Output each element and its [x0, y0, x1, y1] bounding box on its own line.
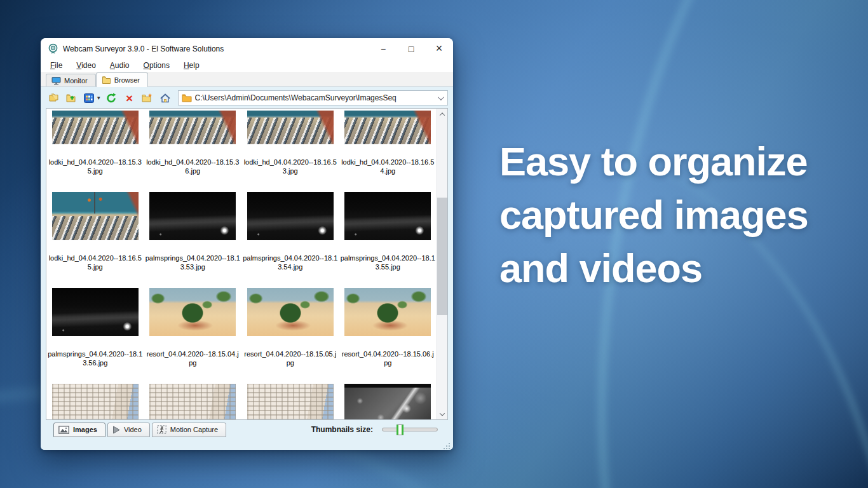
menu-options[interactable]: Options — [137, 60, 177, 71]
tab-browser-label: Browser — [114, 76, 140, 84]
refresh-button[interactable] — [104, 90, 119, 105]
menu-file[interactable]: File — [43, 60, 69, 71]
file-item[interactable] — [144, 384, 242, 419]
file-item[interactable] — [339, 384, 437, 419]
maximize-button[interactable]: □ — [397, 38, 425, 59]
file-item[interactable]: lodki_hd_04.04.2020--18.15.35.jpg — [46, 111, 144, 192]
tab-video[interactable]: Video — [107, 423, 150, 437]
app-window: Webcam Surveyor 3.9.0 - El Software Solu… — [41, 38, 453, 450]
resize-grip-icon[interactable] — [449, 448, 450, 449]
address-dropdown-button[interactable] — [433, 92, 446, 104]
tab-monitor-label: Monitor — [64, 77, 88, 85]
webcam-app-icon — [48, 43, 58, 54]
thumbnail-image[interactable] — [247, 192, 334, 240]
video-play-icon — [112, 426, 120, 434]
file-item[interactable]: lodki_hd_04.04.2020--18.16.55.jpg — [46, 192, 144, 288]
status-strip — [46, 438, 448, 450]
title-bar[interactable]: Webcam Surveyor 3.9.0 - El Software Solu… — [41, 38, 453, 59]
thumbnail-size-slider[interactable] — [382, 428, 438, 431]
file-item[interactable]: palmsprings_04.04.2020--18.13.56.jpg — [46, 288, 144, 384]
file-item[interactable] — [46, 384, 144, 419]
tab-motion-capture[interactable]: Motion Capture — [152, 423, 226, 437]
tab-images-label: Images — [73, 426, 97, 433]
thumbnail-image[interactable] — [247, 111, 334, 144]
minimize-button[interactable]: − — [369, 38, 397, 59]
tab-video-label: Video — [124, 426, 142, 433]
file-name: lodki_hd_04.04.2020--18.16.55.jpg — [48, 254, 143, 271]
chevron-down-icon — [440, 410, 445, 416]
view-mode-dropdown-caret-icon[interactable]: ▾ — [97, 95, 100, 101]
home-button[interactable] — [158, 90, 173, 105]
thumbnail-image[interactable] — [52, 111, 139, 144]
thumbnail-image[interactable] — [52, 192, 139, 240]
scrollbar-thumb[interactable] — [437, 198, 447, 315]
file-item[interactable]: palmsprings_04.04.2020--18.13.55.jpg — [339, 192, 437, 288]
new-folder-icon — [141, 93, 153, 104]
monitor-icon — [51, 76, 61, 85]
thumbnail-image[interactable] — [247, 288, 334, 336]
view-mode-button[interactable] — [81, 90, 97, 105]
scroll-up-button[interactable] — [437, 109, 447, 119]
file-item[interactable]: lodki_hd_04.04.2020--18.16.53.jpg — [241, 111, 339, 192]
thumbnails-size-label: Thumbnails size: — [311, 425, 373, 434]
thumbnail-image[interactable] — [344, 288, 431, 336]
scroll-down-button[interactable] — [437, 409, 447, 419]
file-item[interactable]: resort_04.04.2020--18.15.04.jpg — [144, 288, 242, 384]
delete-button[interactable]: × — [122, 90, 137, 105]
address-path[interactable]: C:\Users\Admin\Documents\WebacamSurveyor… — [195, 93, 433, 102]
motion-capture-icon — [157, 425, 166, 434]
copy-folder-icon — [48, 93, 60, 104]
thumbnail-image[interactable] — [247, 384, 334, 419]
file-browser-view: lodki_hd_04.04.2020--18.15.35.jpglodki_h… — [46, 108, 448, 420]
thumbnail-image[interactable] — [52, 384, 139, 419]
file-item[interactable]: lodki_hd_04.04.2020--18.16.54.jpg — [339, 111, 437, 192]
menu-help[interactable]: Help — [177, 60, 207, 71]
address-folder-icon — [182, 94, 192, 102]
folder-icon — [102, 76, 111, 85]
address-bar[interactable]: C:\Users\Admin\Documents\WebacamSurveyor… — [178, 90, 448, 105]
thumbnail-image[interactable] — [149, 111, 236, 144]
chevron-up-icon — [440, 112, 445, 118]
folder-up-button[interactable] — [64, 90, 79, 105]
thumbnail-image[interactable] — [52, 288, 139, 336]
menu-video[interactable]: Video — [69, 60, 102, 71]
file-name: palmsprings_04.04.2020--18.13.56.jpg — [48, 350, 143, 367]
browser-panel: ▾ × — [41, 87, 453, 450]
file-item[interactable]: resort_04.04.2020--18.15.06.jpg — [339, 288, 437, 384]
tab-motion-capture-label: Motion Capture — [170, 426, 218, 433]
file-name: lodki_hd_04.04.2020--18.15.35.jpg — [48, 158, 143, 175]
file-item[interactable]: resort_04.04.2020--18.15.05.jpg — [241, 288, 339, 384]
tab-browser[interactable]: Browser — [96, 72, 148, 87]
file-name: lodki_hd_04.04.2020--18.16.54.jpg — [340, 158, 435, 175]
tab-images[interactable]: Images — [53, 423, 105, 437]
thumbnails-size-control: Thumbnails size: — [311, 425, 447, 434]
file-item[interactable] — [241, 384, 339, 419]
thumbnail-image[interactable] — [149, 288, 236, 336]
copy-folder-button[interactable] — [46, 90, 61, 105]
tab-monitor[interactable]: Monitor — [46, 74, 96, 86]
file-name: lodki_hd_04.04.2020--18.16.53.jpg — [243, 158, 338, 175]
file-name: palmsprings_04.04.2020--18.13.55.jpg — [340, 254, 435, 271]
thumbnail-grid: lodki_hd_04.04.2020--18.15.35.jpglodki_h… — [46, 109, 437, 419]
browser-toolbar: ▾ × — [46, 89, 448, 108]
new-folder-button[interactable] — [140, 90, 155, 105]
file-name: resort_04.04.2020--18.15.06.jpg — [340, 350, 435, 367]
menu-bar: File Video Audio Options Help — [41, 59, 453, 72]
thumbnail-image[interactable] — [344, 111, 431, 144]
menu-audio[interactable]: Audio — [103, 60, 137, 71]
file-item[interactable]: palmsprings_04.04.2020--18.13.53.jpg — [144, 192, 242, 288]
thumbnail-image[interactable] — [149, 192, 236, 240]
vertical-scrollbar[interactable] — [437, 109, 447, 419]
view-tabstrip: Monitor Browser — [41, 72, 453, 87]
thumbnail-image[interactable] — [344, 192, 431, 240]
file-name: palmsprings_04.04.2020--18.13.53.jpg — [145, 254, 240, 271]
file-item[interactable]: lodki_hd_04.04.2020--18.15.36.jpg — [144, 111, 242, 192]
folder-up-icon — [65, 93, 78, 104]
slider-thumb[interactable] — [397, 424, 403, 435]
promo-headline: Easy to organize captured images and vid… — [499, 135, 868, 295]
file-item[interactable]: palmsprings_04.04.2020--18.13.54.jpg — [241, 192, 339, 288]
thumbnail-image[interactable] — [344, 384, 431, 419]
close-button[interactable]: × — [425, 38, 453, 59]
file-name: palmsprings_04.04.2020--18.13.54.jpg — [243, 254, 338, 271]
thumbnail-image[interactable] — [149, 384, 236, 419]
